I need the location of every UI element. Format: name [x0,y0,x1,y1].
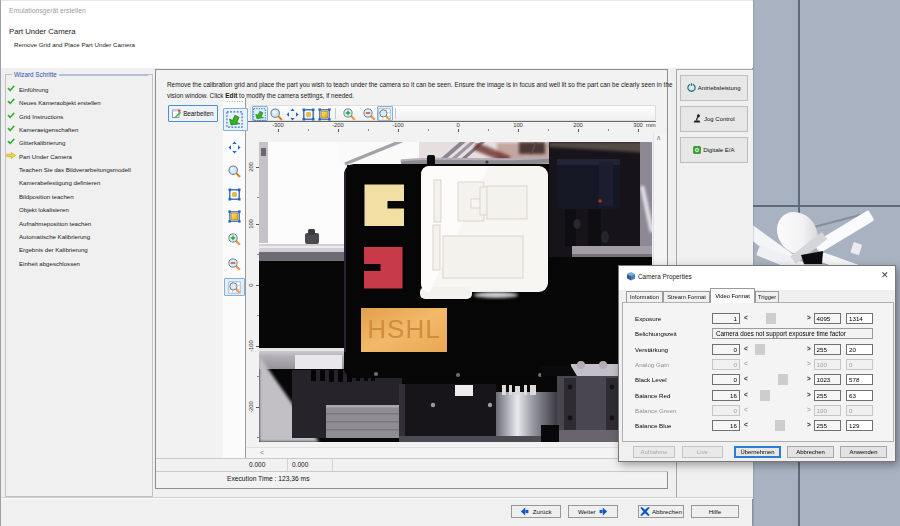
svg-text:HSHL: HSHL [367,314,440,344]
